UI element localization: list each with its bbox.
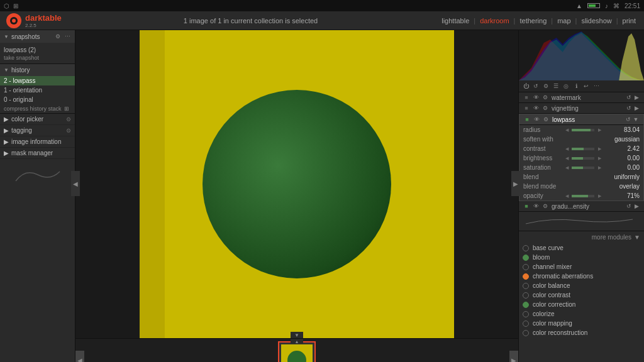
canvas-container[interactable]: ▲ ▼ xyxy=(75,30,518,338)
history-item-orientation[interactable]: 1 - orientation xyxy=(0,85,75,95)
vignetting-settings-icon[interactable]: ⚙ xyxy=(541,104,549,112)
lowpass-settings-icon[interactable]: ⚙ xyxy=(542,116,550,123)
vignetting-reset-icon[interactable]: ↺ xyxy=(625,104,633,112)
saturation-increment[interactable]: ▶ xyxy=(597,165,602,170)
more-modules-arrow: ▼ xyxy=(634,234,640,241)
filmstrip-top-arrow[interactable]: ▲ xyxy=(291,339,303,344)
snapshots-header[interactable]: ▼ snapshots ⚙ ⋯ xyxy=(0,30,75,43)
bottom-panel-toggle[interactable]: ▼ xyxy=(291,332,303,338)
gradu-ensity-module: ■ 👁 ⚙ gradu...ensity ↺ ▶ xyxy=(519,201,644,212)
lowpass-arrow-icon[interactable]: ▼ xyxy=(632,116,640,123)
lowpass-reset-icon[interactable]: ↺ xyxy=(625,116,632,123)
nav-lighttable[interactable]: lighttable xyxy=(440,16,471,26)
right-panel-toggle[interactable]: ▶ xyxy=(511,171,520,196)
module-colorize[interactable]: colorize xyxy=(523,309,640,319)
battery-icon xyxy=(587,3,600,8)
settings-icon[interactable]: ⚙ xyxy=(541,82,550,90)
presets-icon[interactable]: ☰ xyxy=(552,82,560,90)
gradu-arrow-icon[interactable]: ▶ xyxy=(633,202,640,210)
filmstrip-prev-arrow[interactable]: ◀ xyxy=(75,351,84,362)
snapshots-settings-icon[interactable]: ⚙ xyxy=(54,33,62,40)
color-picker-row[interactable]: ▶ color picker ⚙ xyxy=(0,114,75,125)
contrast-slider[interactable] xyxy=(572,148,594,150)
history-label: history xyxy=(11,67,30,74)
saturation-decrement[interactable]: ◀ xyxy=(564,165,569,170)
colorize-dot xyxy=(523,311,529,317)
lowpass-controls: ■ 👁 ⚙ xyxy=(523,116,550,123)
lowpass-module: ■ 👁 ⚙ lowpass ↺ ▼ radius ◀ ▶ 83.04 s xyxy=(519,114,644,201)
nav-tethering[interactable]: tethering xyxy=(518,16,548,26)
opacity-increment[interactable]: ▶ xyxy=(597,194,602,199)
watermark-reset-icon[interactable]: ↺ xyxy=(625,94,633,101)
filmstrip-next-arrow[interactable]: ▶ xyxy=(509,351,518,362)
module-color-reconstruction[interactable]: color reconstruction xyxy=(523,328,640,337)
contrast-decrement[interactable]: ◀ xyxy=(564,146,569,151)
history-item-lowpass[interactable]: 2 - lowpass xyxy=(0,76,75,85)
watermark-arrow-icon[interactable]: ▶ xyxy=(633,94,640,101)
brightness-decrement[interactable]: ◀ xyxy=(564,156,569,161)
vignetting-enable-btn[interactable]: ■ xyxy=(523,104,530,112)
color-picker-settings-icon[interactable]: ⚙ xyxy=(66,116,71,123)
radius-decrement[interactable]: ◀ xyxy=(564,128,569,133)
module-channel-mixer[interactable]: channel mixer xyxy=(523,262,640,272)
gradu-eye-icon[interactable]: 👁 xyxy=(532,202,540,210)
brightness-increment[interactable]: ▶ xyxy=(597,156,602,161)
brightness-slider[interactable] xyxy=(572,157,594,160)
mask-manager-row[interactable]: ▶ mask manager xyxy=(0,148,75,159)
module-chromatic-aberrations[interactable]: chromatic aberrations xyxy=(523,272,640,281)
compress-history-btn[interactable]: compress history stack ⊞ xyxy=(0,104,75,113)
opacity-decrement[interactable]: ◀ xyxy=(564,194,569,199)
module-bloom[interactable]: bloom xyxy=(523,253,640,262)
snapshots-content: lowpass (2) take snapshot xyxy=(0,43,75,63)
power-icon[interactable]: ⏻ xyxy=(521,82,530,90)
lowpass-enable-btn[interactable]: ■ xyxy=(523,116,531,123)
history-header[interactable]: ▼ history xyxy=(0,64,75,76)
blend-mode-value[interactable]: overlay xyxy=(564,183,640,190)
opacity-slider[interactable] xyxy=(572,195,594,197)
module-color-balance[interactable]: color balance xyxy=(523,281,640,290)
nav-darkroom[interactable]: darkroom xyxy=(478,16,511,26)
history-item-original[interactable]: 0 - original xyxy=(0,95,75,104)
app-version: 2.2.5 xyxy=(25,23,62,28)
gradu-enable-btn[interactable]: ■ xyxy=(523,202,530,210)
history-triangle: ▼ xyxy=(4,67,9,73)
gradu-reset-icon[interactable]: ↺ xyxy=(625,202,633,210)
soften-value[interactable]: gaussian xyxy=(564,136,640,143)
lowpass-eye-icon[interactable]: 👁 xyxy=(533,116,540,123)
watermark-settings-icon[interactable]: ⚙ xyxy=(541,94,549,101)
take-snapshot-btn[interactable]: take snapshot xyxy=(4,55,71,61)
info-icon[interactable]: ℹ xyxy=(572,82,580,90)
nav-slideshow[interactable]: slideshow xyxy=(579,16,613,26)
left-panel-toggle[interactable]: ◀ xyxy=(71,171,80,196)
vignetting-eye-icon[interactable]: 👁 xyxy=(532,104,540,112)
watermark-eye-icon[interactable]: 👁 xyxy=(532,94,540,101)
module-color-mapping[interactable]: color mapping xyxy=(523,319,640,328)
nav-map[interactable]: map xyxy=(555,16,572,26)
contrast-increment[interactable]: ▶ xyxy=(597,146,602,151)
color-reconstruction-label: color reconstruction xyxy=(533,329,587,336)
module-color-correction[interactable]: color correction xyxy=(523,300,640,309)
nav-print[interactable]: print xyxy=(621,16,638,26)
snapshots-more-icon[interactable]: ⋯ xyxy=(64,33,71,40)
more-modules-header[interactable]: more modules ▼ xyxy=(523,234,640,241)
module-base-curve[interactable]: base curve xyxy=(523,243,640,253)
filmstrip-thumbnail[interactable] xyxy=(278,341,316,362)
saturation-label: saturation xyxy=(523,164,564,171)
radius-increment[interactable]: ▶ xyxy=(597,128,602,133)
module-color-contrast[interactable]: color contrast xyxy=(523,290,640,300)
saturation-slider[interactable] xyxy=(572,167,594,169)
image-info-row[interactable]: ▶ image information xyxy=(0,136,75,148)
history-icon[interactable]: ↺ xyxy=(531,82,540,90)
blend-value[interactable]: uniformly xyxy=(564,173,640,180)
tagging-settings-icon[interactable]: ⚙ xyxy=(66,128,71,134)
radius-slider[interactable] xyxy=(572,129,594,131)
gradu-settings-icon[interactable]: ⚙ xyxy=(541,202,549,210)
more-icon[interactable]: ⋯ xyxy=(592,82,601,90)
param-opacity: opacity ◀ ▶ 71% xyxy=(519,191,643,200)
reset-icon[interactable]: ↩ xyxy=(582,82,591,90)
tagging-row[interactable]: ▶ tagging ⚙ xyxy=(0,125,75,136)
mask-icon[interactable]: ◎ xyxy=(562,82,570,90)
vignetting-arrow-icon[interactable]: ▶ xyxy=(633,104,640,112)
watermark-enable-btn[interactable]: ■ xyxy=(523,94,530,101)
param-blend: blend uniformly xyxy=(519,172,643,182)
